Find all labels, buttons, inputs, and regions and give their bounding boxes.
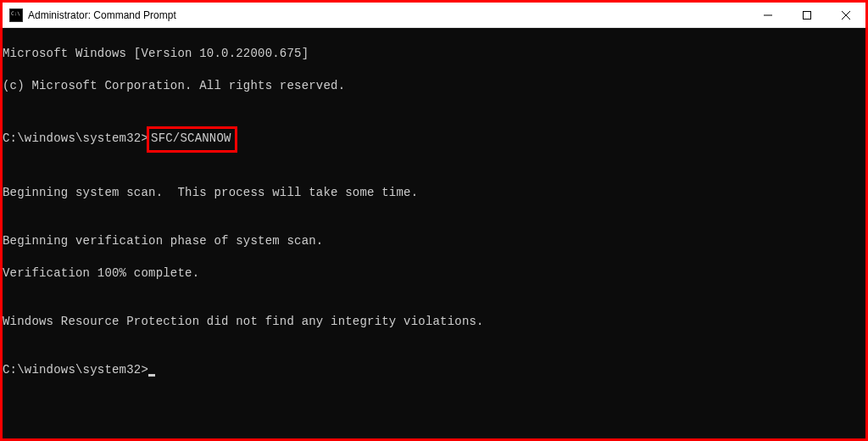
svg-rect-1 bbox=[804, 11, 811, 19]
prompt-line: C:\windows\system32>SFC/SCANNOW bbox=[3, 126, 865, 153]
cmd-icon bbox=[9, 8, 23, 22]
prompt-line: C:\windows\system32> bbox=[3, 362, 865, 378]
terminal-output[interactable]: Microsoft Windows [Version 10.0.22000.67… bbox=[3, 28, 865, 438]
minimize-button[interactable] bbox=[748, 3, 787, 27]
maximize-button[interactable] bbox=[787, 3, 826, 27]
window-title: Administrator: Command Prompt bbox=[28, 9, 748, 21]
command-text: SFC/SCANNOW bbox=[151, 131, 231, 145]
output-line: Microsoft Windows [Version 10.0.22000.67… bbox=[3, 46, 865, 62]
output-line: Windows Resource Protection did not find… bbox=[3, 314, 865, 330]
output-line: Beginning verification phase of system s… bbox=[3, 233, 865, 249]
window-controls bbox=[748, 3, 865, 27]
output-line: (c) Microsoft Corporation. All rights re… bbox=[3, 78, 865, 94]
output-line: Verification 100% complete. bbox=[3, 265, 865, 282]
command-prompt-window: Administrator: Command Prompt Microsoft … bbox=[3, 3, 865, 438]
prompt-path: C:\windows\system32> bbox=[3, 131, 148, 145]
close-button[interactable] bbox=[826, 3, 865, 27]
output-line: Beginning system scan. This process will… bbox=[3, 185, 865, 201]
prompt-path: C:\windows\system32> bbox=[3, 363, 148, 377]
titlebar[interactable]: Administrator: Command Prompt bbox=[3, 3, 865, 28]
command-highlight: SFC/SCANNOW bbox=[147, 126, 237, 153]
cursor-icon bbox=[148, 374, 155, 377]
